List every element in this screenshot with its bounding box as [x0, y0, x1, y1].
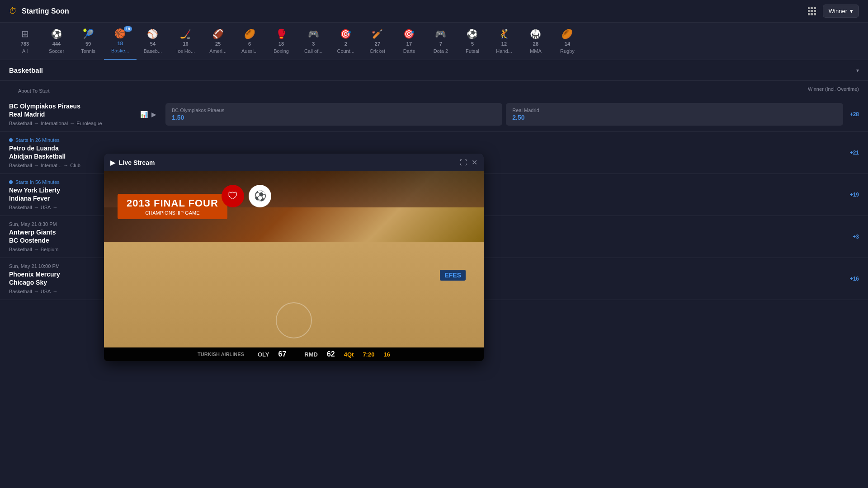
stream-icon[interactable]: ▶ — [151, 111, 156, 118]
aussie-count: 6 — [248, 41, 251, 47]
sport-item-boxing[interactable]: 🥊18Boxing — [265, 23, 297, 59]
baseball-label: Baseb... — [144, 48, 162, 54]
aussie-label: Aussi... — [241, 48, 258, 54]
boxing-label: Boxing — [274, 48, 289, 54]
live-stream-title: ▶ Live Stream — [110, 159, 155, 166]
sports-navigation: ⊞783All⚽444Soccer🎾59Tennis18🏀18Baske...⚾… — [0, 23, 868, 60]
match1-teams: BC Olympiakos Piraeus Real Madrid — [9, 103, 136, 118]
darts-label: Darts — [403, 48, 415, 54]
section-title: Basketball — [9, 66, 43, 74]
sport-item-futsal[interactable]: ⚽5Futsal — [457, 23, 488, 59]
baseball-icon: ⚾ — [147, 28, 158, 39]
match1-row: BC Olympiakos Piraeus Real Madrid Basket… — [0, 97, 868, 132]
match1-odds: BC Olympiakos Piraeus 1.50 Real Madrid 2… — [165, 103, 843, 126]
sport-item-rugby[interactable]: 🏉14Rugby — [552, 23, 583, 59]
grid-view-button[interactable] — [808, 7, 816, 15]
match3-more-markets[interactable]: +19 — [850, 192, 859, 198]
odd2-value: 2.50 — [512, 114, 836, 121]
match1-status: About To Start — [9, 84, 59, 94]
video-area: 2013 FINAL FOUR CHAMPIONSHIP GAME 🛡 ⚽ EF… — [104, 171, 484, 300]
basketball-label: Baske... — [111, 48, 129, 53]
match1-team1: BC Olympiakos Piraeus — [9, 103, 136, 110]
sport-item-aussie[interactable]: 🏉6Aussi... — [234, 23, 265, 59]
handball-count: 12 — [501, 41, 507, 47]
chevron-down-icon: ▾ — [850, 8, 853, 14]
sport-item-counterstrike[interactable]: 🎯2Count... — [330, 23, 362, 59]
sport-item-soccer[interactable]: ⚽444Soccer — [41, 23, 72, 59]
sport-item-icehockey[interactable]: 🏒16Ice Ho... — [169, 23, 202, 59]
odd2-label: Real Madrid — [512, 108, 836, 113]
grid-dot — [814, 10, 816, 12]
boxing-icon: 🥊 — [276, 28, 287, 39]
grid-dot — [814, 7, 816, 9]
sport-item-dota2[interactable]: 🎮7Dota 2 — [425, 23, 457, 59]
timer-icon: ⏱ — [9, 6, 17, 16]
tennis-icon: 🎾 — [83, 28, 94, 39]
sport-item-american[interactable]: 🏈25Ameri... — [202, 23, 234, 59]
counterstrike-count: 2 — [344, 41, 347, 47]
live-stream-header: ▶ Live Stream ⛶ ✕ — [104, 154, 484, 171]
sport-item-handball[interactable]: 🤾12Hand... — [488, 23, 520, 59]
grid-dot — [808, 10, 810, 12]
sport-item-cricket[interactable]: 🏏27Cricket — [362, 23, 393, 59]
all-label: All — [22, 48, 28, 54]
sponsor-banner: EFES — [440, 270, 466, 281]
team2-logo: ⚽ — [249, 185, 271, 207]
header-left: ⏱ Starting Soon — [9, 6, 69, 16]
winner-filter-button[interactable]: Winner ▾ — [823, 5, 859, 18]
starts-dot — [9, 138, 13, 142]
expand-button[interactable]: ⛶ — [460, 159, 467, 167]
match1-team2: Real Madrid — [9, 111, 136, 118]
grid-dot — [811, 10, 813, 12]
icehockey-label: Ice Ho... — [176, 48, 195, 54]
match1-league: Basketball → International → Euroleague — [9, 121, 136, 126]
tennis-label: Tennis — [81, 48, 95, 54]
basketball-badge: 18 — [124, 26, 132, 32]
match1-odd2[interactable]: Real Madrid 2.50 — [506, 103, 843, 126]
icehockey-count: 16 — [183, 41, 188, 47]
darts-icon: 🎯 — [403, 28, 415, 39]
dota2-icon: 🎮 — [435, 28, 446, 39]
sport-item-darts[interactable]: 🎯17Darts — [393, 23, 425, 59]
match1-odd1[interactable]: BC Olympiakos Piraeus 1.50 — [165, 103, 502, 126]
futsal-icon: ⚽ — [467, 28, 478, 39]
header-right: Winner ▾ — [808, 5, 859, 18]
stats-icon[interactable]: 📊 — [140, 111, 148, 118]
callofduty-label: Call of... — [304, 48, 322, 54]
match1-more-markets[interactable]: +28 — [850, 111, 859, 117]
match2-team1: Petro de Luanda — [9, 145, 136, 152]
match2-more-markets[interactable]: +21 — [850, 150, 859, 156]
close-button[interactable]: ✕ — [472, 158, 477, 167]
live-stream-controls: ⛶ ✕ — [460, 158, 477, 167]
american-label: Ameri... — [209, 48, 226, 54]
grid-dot — [808, 13, 810, 15]
cricket-icon: 🏏 — [372, 28, 383, 39]
handball-label: Hand... — [496, 48, 512, 54]
match1-icons: 📊 ▶ — [140, 111, 156, 118]
match5-more-markets[interactable]: +16 — [850, 276, 859, 282]
mma-label: MMA — [530, 48, 542, 54]
callofduty-icon: 🎮 — [308, 28, 319, 39]
final-four-banner: 2013 FINAL FOUR CHAMPIONSHIP GAME — [118, 194, 227, 219]
sport-item-callofduty[interactable]: 🎮3Call of... — [297, 23, 330, 59]
play-icon: ▶ — [110, 159, 115, 166]
grid-dot — [811, 13, 813, 15]
header: ⏱ Starting Soon Winner ▾ — [0, 0, 868, 23]
tennis-count: 59 — [85, 41, 91, 47]
mma-icon: 🥋 — [530, 28, 541, 39]
sport-item-basketball[interactable]: 18🏀18Baske... — [104, 23, 137, 60]
counterstrike-label: Count... — [337, 48, 354, 54]
basketball-section-header[interactable]: Basketball ▾ — [0, 60, 868, 81]
match1-header: About To Start Winner (Incl. Overtime) — [0, 81, 868, 97]
sport-item-tennis[interactable]: 🎾59Tennis — [72, 23, 104, 59]
match1-winner-label: Winner (Incl. Overtime) — [808, 86, 859, 92]
sport-item-baseball[interactable]: ⚾54Baseb... — [137, 23, 169, 59]
icehockey-icon: 🏒 — [180, 28, 191, 39]
match1-info: BC Olympiakos Piraeus Real Madrid Basket… — [9, 103, 136, 126]
live-stream-overlay: ▶ Live Stream ⛶ ✕ 2013 FINAL FOUR CHAMPI… — [104, 154, 484, 300]
sport-item-all[interactable]: ⊞783All — [9, 23, 41, 59]
american-count: 25 — [215, 41, 221, 47]
sport-item-mma[interactable]: 🥋28MMA — [520, 23, 552, 59]
match4-more-markets[interactable]: +3 — [853, 234, 859, 240]
darts-count: 17 — [406, 41, 412, 47]
